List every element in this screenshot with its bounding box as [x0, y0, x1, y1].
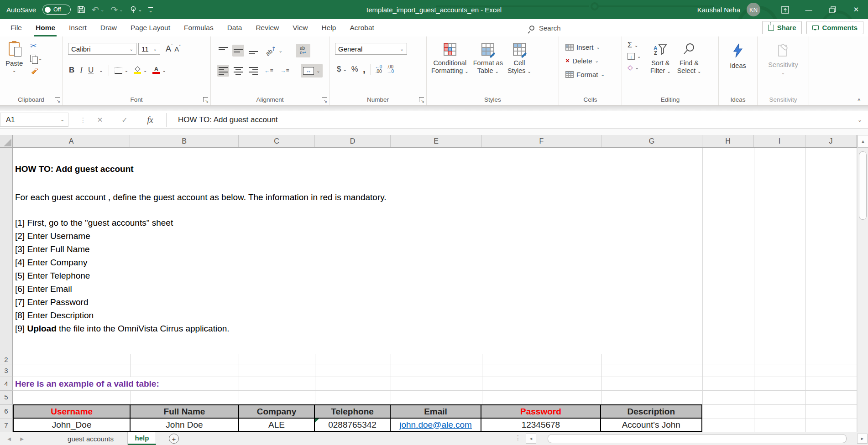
column-header-f[interactable]: F [482, 135, 601, 147]
sort-filter-button[interactable]: AZ Sort & Filter ⌄ [650, 42, 671, 75]
horizontal-scroll-thumb[interactable] [548, 434, 847, 443]
column-header-b[interactable]: B [130, 135, 239, 147]
delete-cells-button[interactable]: ✕ Delete ⌄ [565, 54, 605, 67]
header-email[interactable]: Email [391, 405, 481, 419]
tab-draw[interactable]: Draw [94, 19, 124, 36]
sheet-tab-help[interactable]: help [128, 432, 156, 445]
undo-button[interactable]: ↶ ⌄ [92, 5, 104, 15]
close-button[interactable]: ✕ [844, 0, 868, 19]
sheet-nav-left-icon[interactable]: ◀ [4, 432, 15, 445]
column-header-c[interactable]: C [239, 135, 315, 147]
sheet-area[interactable]: 2 3 4 5 6 7 HOW TO: Add guest account Fo… [0, 148, 868, 432]
header-password[interactable]: Password [481, 405, 601, 419]
row-header-4[interactable]: 4 [0, 380, 12, 388]
align-left-button[interactable] [217, 65, 229, 77]
column-header-g[interactable]: G [601, 135, 702, 147]
tab-review[interactable]: Review [249, 19, 286, 36]
italic-button[interactable]: I [80, 66, 83, 75]
redo-button[interactable]: ↷ ⌄ [110, 5, 123, 15]
vertical-scroll-thumb[interactable] [859, 151, 867, 220]
scroll-right-button[interactable]: ► [857, 434, 868, 444]
autosum-button[interactable]: Σ ⌄ [627, 41, 641, 49]
header-description[interactable]: Description [601, 405, 701, 419]
ribbon-display-options-button[interactable] [773, 0, 797, 19]
search-box[interactable]: Search [529, 19, 561, 36]
header-telephone[interactable]: Telephone [315, 405, 391, 419]
autosave-toggle[interactable]: Off [42, 5, 71, 15]
tab-page-layout[interactable]: Page Layout [124, 19, 177, 36]
tab-home[interactable]: Home [29, 19, 62, 36]
increase-font-size-button[interactable]: Aˆ [166, 44, 173, 54]
tab-acrobat[interactable]: Acrobat [343, 19, 381, 36]
vertical-scrollbar[interactable]: ▲ [857, 135, 868, 432]
tab-scroll-splitter[interactable]: ⋮ [515, 434, 521, 441]
minimize-button[interactable]: — [797, 0, 821, 19]
underline-chevron-icon[interactable]: ⌄ [99, 68, 103, 73]
scroll-left-button[interactable]: ◄ [526, 434, 536, 444]
merge-center-button[interactable]: ↔ ⌄ [301, 64, 323, 78]
increase-indent-button[interactable]: →≡ [278, 65, 291, 77]
tab-insert[interactable]: Insert [62, 19, 94, 36]
decrease-decimal-button[interactable]: .00→0 [387, 65, 394, 74]
user-name[interactable]: Kaushal Neha [697, 6, 740, 14]
row-header-2[interactable]: 2 [0, 356, 12, 363]
cut-button[interactable]: ✂ [30, 41, 42, 51]
formula-input[interactable]: HOW TO: Add guest account [178, 111, 278, 129]
enter-icon[interactable]: ✓ [118, 111, 131, 129]
wrap-text-button[interactable]: abc↩ [296, 44, 310, 57]
cell-telephone[interactable]: 0288765342 [315, 419, 391, 431]
formula-bar-grip-icon[interactable]: ⋮ [78, 111, 88, 129]
increase-decimal-button[interactable]: ←0.00 [375, 65, 382, 74]
borders-button[interactable]: ⌄ [115, 67, 128, 74]
row-header-5[interactable]: 5 [0, 393, 12, 401]
font-size-select[interactable]: 11 ⌄ [138, 43, 160, 55]
number-dialog-launcher[interactable] [419, 97, 424, 102]
cell-description[interactable]: Account's John [601, 419, 701, 431]
font-color-button[interactable]: A ⌄ [152, 67, 166, 74]
cell-username[interactable]: John_Doe [14, 419, 131, 431]
percent-style-button[interactable]: % [351, 65, 358, 74]
column-header-d[interactable]: D [315, 135, 391, 147]
header-username[interactable]: Username [14, 405, 131, 419]
orientation-button[interactable]: ab↗ ⌄ [265, 47, 282, 54]
conditional-formatting-button[interactable]: Conditional Formatting ⌄ [431, 43, 469, 75]
sheet-tab-guest-accounts[interactable]: guest accounts [54, 432, 128, 445]
decrease-indent-button[interactable]: ←≡ [262, 65, 275, 77]
column-header-h[interactable]: H [702, 135, 754, 147]
sheet-nav-right-icon[interactable]: ▶ [16, 432, 27, 445]
user-avatar[interactable]: KN [747, 3, 760, 16]
column-header-j[interactable]: J [805, 135, 857, 147]
format-as-table-button[interactable]: Format as Table ⌄ [473, 43, 503, 75]
font-name-select[interactable]: Calibri ⌄ [68, 43, 136, 55]
fill-color-button[interactable]: ⌄ [134, 67, 147, 74]
center-button[interactable] [232, 65, 244, 77]
align-right-button[interactable] [247, 65, 259, 77]
underline-button[interactable]: U [88, 66, 94, 75]
cell-email-link[interactable]: john.doe@ale.com [391, 419, 481, 431]
bottom-align-button[interactable] [247, 45, 259, 57]
header-full-name[interactable]: Full Name [131, 405, 239, 419]
row-header-3[interactable]: 3 [0, 367, 12, 374]
find-select-button[interactable]: Find & Select ⌄ [677, 42, 701, 75]
alignment-dialog-launcher[interactable] [322, 97, 327, 102]
save-icon[interactable] [77, 5, 85, 14]
row-header-7[interactable]: 7 [0, 421, 12, 429]
row-header-6[interactable]: 6 [0, 407, 12, 415]
share-button[interactable]: Share [762, 21, 802, 34]
middle-align-button[interactable] [232, 45, 244, 57]
decrease-font-size-button[interactable]: Aˇ [174, 45, 180, 53]
number-format-select[interactable]: General ⌄ [335, 43, 407, 55]
comma-style-button[interactable]: , [363, 64, 366, 75]
header-company[interactable]: Company [239, 405, 315, 419]
cell-password[interactable]: 12345678 [481, 419, 601, 431]
ideas-button[interactable]: Ideas [719, 43, 757, 70]
insert-function-icon[interactable]: fx [143, 111, 157, 129]
tab-data[interactable]: Data [220, 19, 249, 36]
restore-button[interactable] [821, 0, 844, 19]
format-painter-button[interactable] [30, 66, 42, 76]
cell-styles-button[interactable]: Cell Styles ⌄ [507, 43, 531, 75]
font-dialog-launcher[interactable] [203, 97, 208, 102]
copy-button[interactable]: ⌄ [30, 55, 42, 62]
insert-cells-button[interactable]: Insert ⌄ [565, 40, 605, 54]
cancel-icon[interactable]: ✕ [93, 111, 107, 129]
